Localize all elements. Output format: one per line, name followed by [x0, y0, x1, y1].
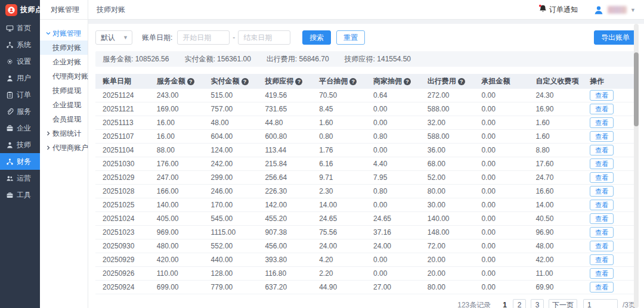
- sidebar-item-orders[interactable]: 订单: [0, 86, 40, 103]
- page-button-3[interactable]: 3: [531, 299, 544, 308]
- bill-date-cell: 20251029: [95, 171, 150, 184]
- sidebar-item-finance[interactable]: 财务: [0, 153, 40, 170]
- amount-cell: 88.00: [150, 144, 204, 157]
- view-button[interactable]: 查看: [590, 186, 614, 197]
- view-button[interactable]: 查看: [590, 268, 614, 279]
- submenu-item[interactable]: 技师提现: [40, 83, 88, 98]
- user-menu-chevron-down-icon[interactable]: ▼: [630, 7, 636, 13]
- amount-cell: 0.00: [475, 157, 529, 170]
- amount-cell: 588.00: [420, 130, 475, 143]
- sidebar-item-home[interactable]: 首页: [0, 20, 40, 36]
- preset-select-value: 默认: [101, 33, 115, 43]
- submenu-item[interactable]: 企业提现: [40, 98, 88, 112]
- brand[interactable]: 技师点点: [0, 0, 40, 20]
- bill-date-cell: 20251023: [95, 226, 150, 239]
- preset-select[interactable]: 默认 ▼: [95, 30, 132, 45]
- amount-cell: 14.00: [312, 198, 366, 211]
- sidebar-item-label: 服务: [17, 107, 31, 117]
- submenu-item[interactable]: 企业对账: [40, 55, 88, 69]
- view-button[interactable]: 查看: [590, 200, 614, 210]
- amount-cell: 24.00: [312, 239, 366, 253]
- submenu-group-label: 代理商账户: [52, 143, 88, 153]
- amount-cell: 8.45: [312, 102, 366, 116]
- amount-cell: 0.00: [366, 267, 420, 280]
- sidebar-item-user[interactable]: 用户: [0, 70, 40, 86]
- action-cell: 查看: [583, 144, 637, 157]
- content-card: 默认 ▼ 账单日期: - 搜索 重置 导出账单 服务金额: 108526.56 …: [88, 24, 644, 308]
- view-button[interactable]: 查看: [590, 254, 614, 265]
- action-cell: 查看: [583, 267, 637, 280]
- help-icon[interactable]: ?: [242, 78, 249, 85]
- operations-icon: [5, 174, 14, 182]
- order-notice-button[interactable]: 订单通知: [538, 4, 578, 15]
- help-icon[interactable]: ?: [295, 78, 302, 85]
- sidebar-item-label: 工具: [17, 190, 31, 200]
- sidebar-item-company[interactable]: 企业: [0, 120, 40, 136]
- sidebar-item-system[interactable]: 系统: [0, 36, 40, 53]
- submenu-item[interactable]: 会员提现: [40, 112, 88, 126]
- sidebar-item-technician[interactable]: 技师: [0, 136, 40, 153]
- amount-cell: 0.00: [475, 239, 529, 253]
- action-cell: 查看: [583, 212, 637, 225]
- sidebar-item-operations[interactable]: 运营: [0, 170, 40, 186]
- amount-cell: 0.80: [312, 130, 366, 143]
- amount-cell: 0.00: [475, 253, 529, 266]
- column-header: 账单日期: [95, 74, 150, 89]
- submenu-item[interactable]: 代理商对账: [40, 69, 88, 83]
- view-button[interactable]: 查看: [590, 172, 614, 183]
- help-icon[interactable]: ?: [187, 78, 194, 85]
- home-icon: [5, 24, 14, 32]
- amount-cell: 215.84: [258, 157, 312, 170]
- amount-cell: 4.40: [366, 157, 420, 170]
- view-button[interactable]: 查看: [590, 131, 614, 142]
- help-icon[interactable]: ?: [458, 78, 465, 85]
- amount-cell: 1115.00: [204, 226, 258, 239]
- amount-cell: 30.00: [420, 198, 475, 211]
- date-range-separator: -: [233, 33, 235, 42]
- view-button[interactable]: 查看: [590, 158, 614, 169]
- page-button-2[interactable]: 2: [513, 299, 526, 308]
- end-date-input[interactable]: [238, 30, 290, 45]
- view-button[interactable]: 查看: [590, 145, 614, 155]
- view-button[interactable]: 查看: [590, 117, 614, 128]
- sidebar-item-settings[interactable]: 设置: [0, 53, 40, 70]
- sidebar-item-tools[interactable]: 工具: [0, 186, 40, 203]
- amount-cell: 8.80: [528, 144, 583, 157]
- submenu-item[interactable]: 技师对账: [40, 41, 88, 55]
- reset-button[interactable]: 重置: [336, 30, 365, 45]
- submenu-group[interactable]: 对账管理: [40, 26, 88, 41]
- tools-icon: [5, 191, 14, 199]
- table-header-row: 账单日期服务金额?实付金额?技师应得?平台抽佣?商家抽佣?出行费用?承担金额自定…: [95, 74, 637, 89]
- view-button[interactable]: 查看: [590, 104, 614, 114]
- view-button[interactable]: 查看: [590, 213, 614, 224]
- view-button[interactable]: 查看: [590, 90, 614, 101]
- sidebar-item-services[interactable]: 服务: [0, 103, 40, 120]
- submenu-group[interactable]: 数据统计: [40, 126, 88, 141]
- action-cell: 查看: [583, 130, 637, 143]
- amount-cell: 6.16: [312, 157, 366, 170]
- bill-date-label: 账单日期:: [142, 33, 172, 43]
- amount-cell: 0.00: [475, 171, 529, 184]
- page-button-1[interactable]: 1: [503, 301, 507, 308]
- table-row: 2025110716.00604.00600.800.800.80588.000…: [95, 130, 637, 144]
- next-page-button[interactable]: 下一页: [549, 299, 577, 308]
- column-header: 自定义收费项: [528, 74, 583, 89]
- view-button[interactable]: 查看: [590, 241, 614, 251]
- start-date-input[interactable]: [177, 30, 230, 45]
- table-body: 20251124243.00515.00419.5670.500.64272.0…: [95, 89, 637, 294]
- user-avatar-icon[interactable]: [593, 5, 604, 15]
- page-jump-input[interactable]: [583, 299, 618, 308]
- help-icon[interactable]: ?: [349, 78, 357, 85]
- submenu-group[interactable]: 代理商账户: [40, 141, 88, 155]
- amount-cell: 24.65: [312, 212, 366, 225]
- view-button[interactable]: 查看: [590, 282, 614, 293]
- sidebar-item-label: 用户: [17, 73, 31, 83]
- export-bill-button[interactable]: 导出账单: [594, 30, 637, 45]
- amount-cell: 588.00: [420, 102, 475, 116]
- help-icon[interactable]: ?: [404, 78, 411, 85]
- scrollbar-thumb[interactable]: [634, 52, 639, 126]
- view-button[interactable]: 查看: [590, 227, 614, 238]
- sidebar-item-label: 系统: [17, 40, 31, 50]
- tab-technician-reconciliation[interactable]: 技师对账: [88, 5, 125, 15]
- search-button[interactable]: 搜索: [302, 30, 331, 45]
